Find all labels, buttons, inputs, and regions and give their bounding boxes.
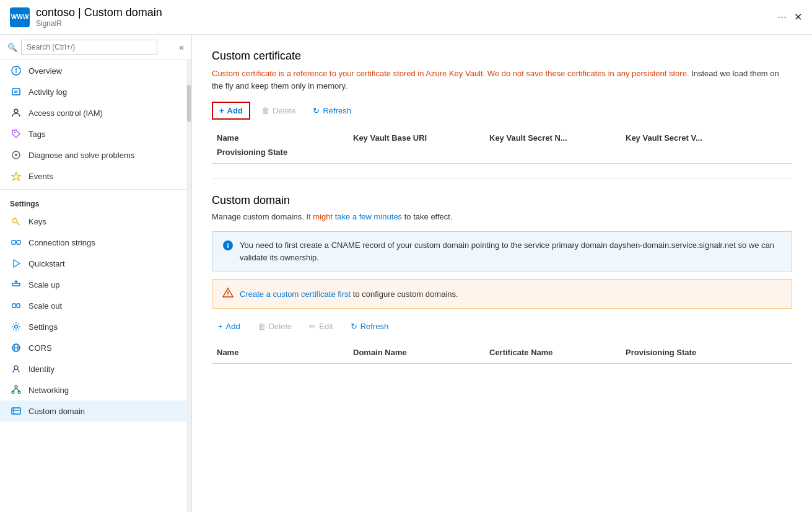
sidebar-item-custom-domain-label: Custom domain	[28, 407, 85, 416]
sidebar-item-identity[interactable]: Identity	[0, 358, 186, 379]
sidebar-item-keys[interactable]: Keys	[0, 211, 186, 232]
section-divider	[212, 179, 792, 179]
svg-marker-17	[14, 260, 20, 267]
domain-delete-button[interactable]: 🗑 Delete	[251, 319, 299, 334]
sidebar-item-tags-label: Tags	[28, 130, 45, 139]
settings-icon	[10, 320, 22, 333]
more-options-button[interactable]: ···	[777, 11, 787, 24]
settings-section-label: Settings	[0, 192, 186, 211]
sidebar-item-access-control-label: Access control (IAM)	[28, 108, 103, 118]
sidebar-item-custom-domain[interactable]: Custom domain	[0, 400, 186, 422]
sidebar: 🔍 « Overview Activity log	[0, 35, 192, 512]
custom-domain-section: Custom domain Manage custom domains. It …	[212, 194, 792, 364]
info-box: i You need to first create a CNAME recor…	[212, 231, 792, 271]
domain-trash-icon: 🗑	[258, 322, 266, 331]
sidebar-item-tags[interactable]: Tags	[0, 123, 186, 144]
title-bar-text: contoso | Custom domain SignalR	[36, 6, 770, 28]
sidebar-item-connection-strings-label: Connection strings	[28, 238, 95, 247]
cert-add-button[interactable]: + Add	[212, 102, 250, 120]
tags-icon	[10, 128, 22, 140]
domain-edit-icon: ✏	[309, 322, 316, 331]
warning-link[interactable]: Create a custom certificate first	[240, 289, 351, 299]
domain-refresh-button[interactable]: ↻ Refresh	[344, 319, 395, 334]
domain-col-provisioning: Provisioning State	[621, 345, 792, 360]
cert-refresh-label: Refresh	[323, 106, 351, 115]
title-bar: WWW contoso | Custom domain SignalR ··· …	[0, 0, 812, 35]
sidebar-item-access-control[interactable]: Access control (IAM)	[0, 102, 186, 123]
sidebar-item-cors-label: CORS	[28, 343, 52, 353]
domain-delete-label: Delete	[269, 322, 292, 331]
access-control-icon	[10, 107, 22, 119]
domain-col-cert-name: Certificate Name	[484, 345, 621, 360]
trash-icon: 🗑	[261, 106, 269, 115]
custom-domain-desc: Manage custom domains. It might take a f…	[212, 212, 792, 221]
cert-col-secret-name: Key Vault Secret N...	[484, 131, 621, 145]
sidebar-item-scale-out[interactable]: Scale out	[0, 295, 186, 316]
sidebar-item-scale-up[interactable]: Scale up	[0, 274, 186, 295]
cert-col-secret-version: Key Vault Secret V...	[621, 131, 792, 145]
scale-out-icon	[10, 299, 22, 312]
svg-text:i: i	[227, 242, 229, 249]
search-input[interactable]	[21, 40, 157, 55]
domain-col-domain-name: Domain Name	[348, 345, 484, 360]
svg-marker-20	[14, 280, 18, 282]
svg-rect-3	[12, 89, 20, 95]
sidebar-item-identity-label: Identity	[28, 364, 55, 374]
close-button[interactable]: ✕	[794, 11, 802, 23]
cert-refresh-button[interactable]: ↻ Refresh	[307, 103, 357, 118]
custom-cert-desc: Custom certificate is a reference to you…	[212, 68, 792, 92]
quickstart-icon	[10, 257, 22, 270]
cert-add-label: Add	[227, 106, 243, 115]
sidebar-item-activity-log[interactable]: Activity log	[0, 81, 186, 102]
cert-delete-label: Delete	[273, 106, 296, 115]
svg-rect-18	[12, 283, 20, 286]
svg-line-13	[17, 223, 20, 226]
sidebar-item-diagnose[interactable]: Diagnose and solve problems	[0, 144, 186, 166]
svg-point-12	[13, 219, 17, 223]
sidebar-nav: Overview Activity log Access control (IA…	[0, 60, 186, 512]
page-subtitle: SignalR	[36, 19, 770, 28]
identity-icon	[10, 363, 22, 375]
domain-edit-button[interactable]: ✏ Edit	[303, 319, 339, 334]
sidebar-item-quickstart[interactable]: Quickstart	[0, 253, 186, 274]
sidebar-item-networking[interactable]: Networking	[0, 379, 186, 400]
domain-add-button[interactable]: + Add	[212, 319, 247, 334]
sidebar-scrollbar	[186, 60, 191, 512]
cert-col-provisioning: Provisioning State	[212, 145, 348, 159]
svg-rect-21	[12, 304, 15, 307]
main-content: Custom certificate Custom certificate is…	[192, 35, 812, 512]
collapse-button[interactable]: «	[179, 42, 184, 52]
svg-line-32	[16, 388, 19, 391]
custom-domain-icon	[10, 405, 22, 417]
cert-delete-button[interactable]: 🗑 Delete	[255, 103, 302, 118]
page-title: contoso | Custom domain	[36, 6, 770, 19]
info-icon: i	[222, 240, 234, 254]
warning-icon	[222, 287, 234, 301]
events-icon	[10, 170, 22, 182]
cert-col-vault-uri: Key Vault Base URI	[348, 131, 484, 145]
cors-icon	[10, 342, 22, 354]
sidebar-item-overview[interactable]: Overview	[0, 60, 186, 81]
sidebar-item-cors[interactable]: CORS	[0, 337, 186, 358]
domain-toolbar: + Add 🗑 Delete ✏ Edit ↻ Refresh	[212, 319, 792, 334]
sidebar-item-diagnose-label: Diagnose and solve problems	[28, 151, 134, 160]
svg-rect-33	[12, 408, 20, 414]
nav-divider	[0, 189, 186, 190]
sidebar-scrollable: Overview Activity log Access control (IA…	[0, 60, 191, 512]
sidebar-item-events[interactable]: Events	[0, 166, 186, 187]
svg-point-6	[14, 109, 18, 113]
sidebar-search-area: 🔍 «	[0, 35, 191, 60]
sidebar-item-settings[interactable]: Settings	[0, 316, 186, 337]
sidebar-item-events-label: Events	[28, 172, 53, 181]
scale-up-icon	[10, 278, 22, 291]
svg-point-29	[12, 391, 14, 394]
domain-table-header: Name Domain Name Certificate Name Provis…	[212, 342, 792, 364]
sidebar-item-quickstart-label: Quickstart	[28, 259, 65, 268]
domain-add-plus-icon: +	[218, 322, 223, 331]
cert-table-header: Name Key Vault Base URI Key Vault Secret…	[212, 127, 792, 164]
svg-point-27	[14, 366, 18, 369]
svg-point-2	[15, 71, 17, 73]
refresh-icon: ↻	[313, 106, 320, 115]
sidebar-item-connection-strings[interactable]: Connection strings	[0, 232, 186, 253]
domain-add-label: Add	[226, 322, 240, 331]
